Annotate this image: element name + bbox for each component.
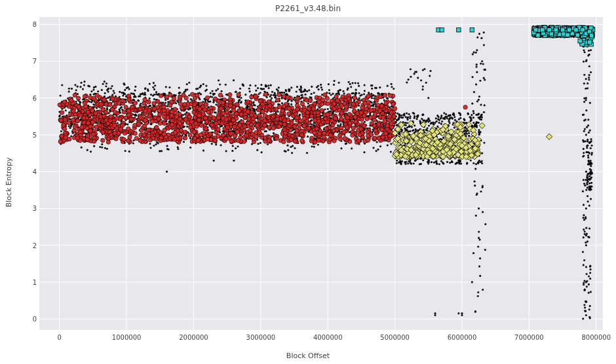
svg-point-4479 xyxy=(267,100,271,103)
svg-point-5030 xyxy=(228,97,232,101)
x-tick-label: 6000000 xyxy=(448,334,477,341)
svg-point-2287 xyxy=(407,118,409,120)
svg-point-888 xyxy=(337,124,339,126)
svg-point-4862 xyxy=(387,115,391,118)
svg-point-4137 xyxy=(188,133,192,137)
svg-point-4737 xyxy=(62,123,66,127)
svg-point-3444 xyxy=(585,227,587,229)
svg-point-2230 xyxy=(426,127,428,129)
svg-point-2474 xyxy=(459,117,461,119)
svg-point-2690 xyxy=(417,77,419,79)
svg-point-2583 xyxy=(425,129,427,131)
svg-point-3566 xyxy=(590,165,592,167)
svg-point-4895 xyxy=(119,127,123,131)
svg-point-4838 xyxy=(143,118,147,122)
svg-point-1236 xyxy=(77,86,79,88)
svg-point-2563 xyxy=(402,117,404,118)
svg-point-4945 xyxy=(130,105,134,109)
svg-point-5015 xyxy=(225,125,229,129)
svg-point-4861 xyxy=(305,111,309,115)
svg-point-3627 xyxy=(585,281,587,283)
svg-point-4807 xyxy=(196,138,200,142)
x-axis-label: Block Offset xyxy=(0,352,616,360)
svg-point-2623 xyxy=(483,31,485,33)
svg-point-4977 xyxy=(197,113,201,117)
svg-point-2657 xyxy=(472,252,474,254)
svg-point-4897 xyxy=(185,120,189,124)
svg-point-1428 xyxy=(242,83,244,85)
svg-point-1233 xyxy=(265,85,267,87)
svg-point-2660 xyxy=(475,83,477,85)
svg-point-1010 xyxy=(188,82,190,84)
svg-point-1397 xyxy=(220,144,222,146)
svg-point-2648 xyxy=(482,185,484,187)
svg-point-4828 xyxy=(126,94,130,98)
svg-point-662 xyxy=(317,143,319,145)
svg-point-2679 xyxy=(457,312,459,314)
svg-point-4666 xyxy=(190,92,194,96)
svg-point-4277 xyxy=(235,102,239,106)
svg-point-4694 xyxy=(326,120,330,124)
svg-point-5018 xyxy=(353,115,357,119)
svg-point-2639 xyxy=(480,37,482,39)
svg-point-2014 xyxy=(364,84,366,86)
svg-point-3443 xyxy=(583,152,585,154)
svg-point-2626 xyxy=(478,96,480,98)
y-tick-label: 6 xyxy=(4,94,37,101)
svg-point-1333 xyxy=(249,90,251,92)
svg-point-4033 xyxy=(124,105,128,109)
svg-point-1395 xyxy=(149,98,151,100)
svg-point-983 xyxy=(248,88,250,90)
svg-point-2212 xyxy=(419,120,421,122)
svg-point-1299 xyxy=(309,96,311,98)
svg-point-794 xyxy=(260,142,261,144)
svg-point-674 xyxy=(144,87,146,89)
svg-point-1850 xyxy=(389,106,391,108)
svg-point-2537 xyxy=(398,118,400,120)
svg-point-4047 xyxy=(366,130,370,134)
svg-point-3560 xyxy=(587,173,588,175)
x-tick-label: 0 xyxy=(58,334,62,341)
svg-point-272 xyxy=(105,85,107,87)
svg-point-4321 xyxy=(60,111,64,115)
svg-point-4785 xyxy=(233,124,237,128)
svg-point-2676 xyxy=(476,124,478,126)
svg-point-678 xyxy=(311,124,313,126)
svg-point-2633 xyxy=(483,111,485,113)
svg-point-2109 xyxy=(409,130,411,132)
svg-point-297 xyxy=(74,84,76,86)
svg-point-2612 xyxy=(470,159,472,161)
svg-point-4045 xyxy=(104,102,108,106)
svg-point-4783 xyxy=(144,109,147,113)
svg-point-3547 xyxy=(588,175,590,177)
svg-point-4507 xyxy=(213,138,217,142)
svg-rect-5630 xyxy=(541,27,545,32)
svg-point-1980 xyxy=(271,91,273,93)
svg-point-3416 xyxy=(587,82,588,84)
svg-point-4891 xyxy=(213,97,217,101)
svg-point-3479 xyxy=(583,219,585,221)
svg-point-4848 xyxy=(83,101,87,105)
svg-point-4997 xyxy=(237,109,241,113)
svg-point-3483 xyxy=(585,109,587,111)
svg-point-4839 xyxy=(307,107,311,111)
svg-point-5033 xyxy=(172,137,176,141)
svg-point-1678 xyxy=(256,149,258,151)
svg-point-2059 xyxy=(464,133,466,135)
svg-point-1983 xyxy=(199,92,201,94)
svg-point-321 xyxy=(294,97,296,99)
svg-point-4875 xyxy=(170,113,174,117)
svg-point-4784 xyxy=(170,118,174,122)
svg-point-1331 xyxy=(307,136,309,137)
y-tick-label: 3 xyxy=(4,205,37,212)
svg-point-4950 xyxy=(75,136,79,140)
svg-point-4813 xyxy=(159,136,163,140)
svg-point-2371 xyxy=(479,131,481,133)
svg-point-4309 xyxy=(239,112,243,116)
svg-point-2678 xyxy=(434,312,436,314)
svg-point-1009 xyxy=(59,94,61,96)
svg-point-20 xyxy=(351,82,353,84)
svg-point-3498 xyxy=(583,49,585,51)
svg-point-4721 xyxy=(360,117,364,121)
svg-point-2592 xyxy=(401,129,403,131)
